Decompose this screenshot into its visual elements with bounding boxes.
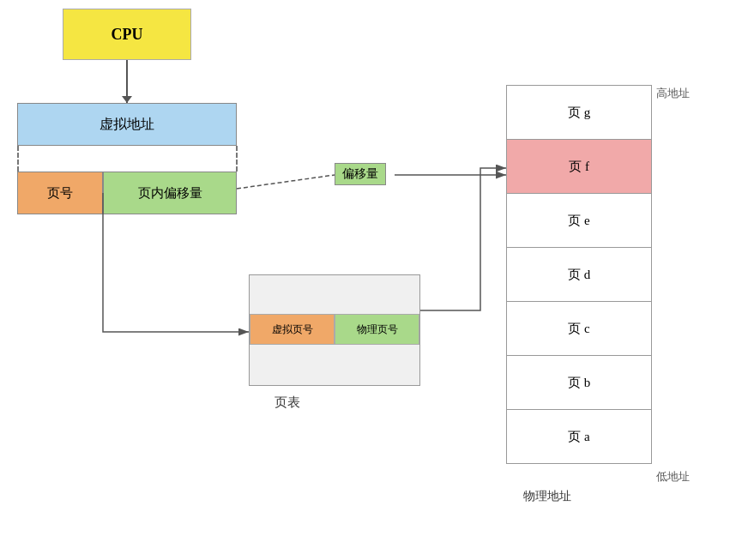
phys-row-d: 页 d (506, 247, 652, 302)
page-offset-label: 页内偏移量 (138, 185, 202, 202)
physical-address-label: 物理地址 (523, 489, 571, 504)
dashed-line-right (236, 146, 238, 172)
offset-badge-label: 偏移量 (342, 167, 378, 180)
page-table-virtual-col: 虚拟页号 (250, 314, 335, 345)
page-table-caption: 页表 (274, 394, 300, 411)
phys-row-f: 页 f (506, 139, 652, 194)
page-number-box: 页号 (17, 172, 103, 214)
diagram: CPU 虚拟地址 页号 页内偏移量 虚拟页号 物理页号 页表 偏移量 (0, 0, 742, 560)
page-number-label: 页号 (47, 185, 73, 202)
phys-row-g: 页 g (506, 85, 652, 140)
virtual-address-label: 虚拟地址 (100, 116, 154, 134)
phys-row-c: 页 c (506, 301, 652, 356)
pt-virtual-label: 虚拟页号 (272, 322, 313, 337)
physical-memory: 页 g 页 f 页 e 页 d 页 c 页 b 页 a (506, 86, 652, 464)
arrow-cpu-down (126, 60, 128, 103)
high-address-label: 高地址 (656, 86, 690, 101)
low-address-label: 低地址 (656, 469, 690, 485)
offset-badge: 偏移量 (335, 163, 386, 185)
pt-physical-label: 物理页号 (357, 322, 398, 337)
phys-row-a: 页 a (506, 409, 652, 464)
page-table-row: 虚拟页号 物理页号 (250, 314, 419, 345)
phys-row-b: 页 b (506, 355, 652, 410)
phys-row-e: 页 e (506, 193, 652, 248)
dashed-line-left (17, 146, 19, 172)
page-table-box: 虚拟页号 物理页号 (249, 274, 420, 386)
virtual-address-box: 虚拟地址 (17, 103, 237, 146)
page-table-physical-col: 物理页号 (335, 314, 419, 345)
cpu-box: CPU (63, 9, 191, 60)
page-offset-box: 页内偏移量 (103, 172, 237, 214)
cpu-label: CPU (112, 26, 143, 44)
